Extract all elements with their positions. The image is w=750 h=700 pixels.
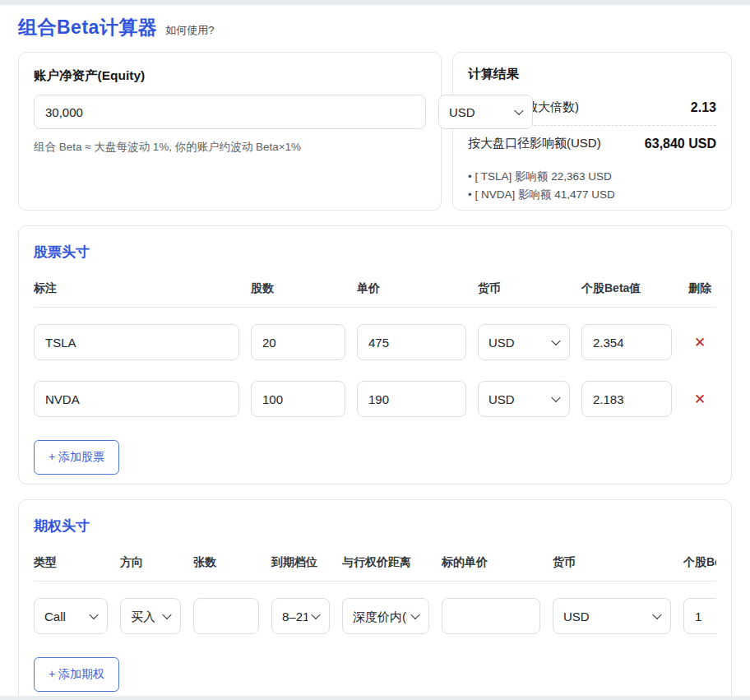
stock-price-input[interactable] [357, 324, 466, 360]
stocks-card: 股票头寸 标注 股数 单价 货币 个股Beta值 删除 USD ✕ [18, 225, 732, 484]
options-title: 期权头寸 [34, 517, 716, 535]
col-header-underlying-price: 标的单价 [442, 555, 540, 570]
option-moneyness-select-wrapper: 深度价内(≥ [342, 598, 429, 634]
add-stock-button[interactable]: + 添加股票 [34, 440, 119, 475]
equity-label: 账户净资产(Equity) [34, 67, 426, 85]
option-moneyness-select[interactable]: 深度价内(≥ [342, 598, 429, 634]
stock-price-input[interactable] [357, 381, 466, 417]
col-header-side: 方向 [120, 555, 181, 570]
how-to-use-link[interactable]: 如何使用? [165, 23, 214, 38]
result-breakdown: • [ TSLA] 影响额 22,363 USD • [ NVDA] 影响额 4… [468, 168, 716, 203]
stock-currency-select[interactable]: USD [478, 324, 570, 360]
stock-currency-select[interactable]: USD [478, 381, 570, 417]
options-table-clip: 类型 方向 张数 到期档位 与行权价距离 标的单价 货币 个股Beta值 Cal… [34, 555, 716, 634]
option-side-select[interactable]: 买入 [120, 598, 181, 634]
option-expiry-select-wrapper: 8–21天 [271, 598, 330, 634]
page-title: 组合Beta计算器 [18, 15, 157, 40]
stock-row-nvda: USD ✕ [34, 381, 716, 417]
col-header-currency: 货币 [553, 555, 671, 570]
option-type-select[interactable]: Call [34, 598, 108, 634]
col-header-currency: 货币 [478, 281, 570, 296]
col-header-expiry: 到期档位 [271, 555, 330, 570]
result-impact-label: 按大盘口径影响额(USD) [468, 136, 601, 151]
stock-currency-select-wrapper: USD [478, 324, 570, 360]
result-row-impact: 按大盘口径影响额(USD) 63,840 USD [468, 126, 716, 161]
col-header-shares: 股数 [251, 281, 345, 296]
stocks-title: 股票头寸 [34, 243, 716, 262]
stock-shares-input[interactable] [251, 381, 345, 417]
equity-input[interactable] [34, 95, 426, 129]
option-expiry-select[interactable]: 8–21天 [271, 598, 330, 634]
equity-card: 账户净资产(Equity) USD 组合 Beta ≈ 大盘每波动 1%, 你的… [18, 52, 442, 211]
options-card: 期权头寸 类型 方向 张数 到期档位 与行权价距离 标的单价 货币 个股Beta… [18, 499, 732, 696]
col-header-price: 单价 [357, 281, 466, 296]
option-row: Call 买入 8–21天 [34, 598, 716, 634]
stock-row-tsla: USD ✕ [34, 324, 716, 360]
stocks-header-row: 标注 股数 单价 货币 个股Beta值 删除 [34, 281, 716, 308]
col-header-contracts: 张数 [193, 555, 259, 570]
page-header: 组合Beta计算器 如何使用? [18, 15, 732, 40]
stock-label-input[interactable] [34, 324, 239, 360]
col-header-type: 类型 [34, 555, 108, 570]
add-option-button[interactable]: + 添加期权 [34, 657, 119, 692]
option-side-select-wrapper: 买入 [120, 598, 181, 634]
option-type-select-wrapper: Call [34, 598, 108, 634]
equity-currency-select[interactable]: USD [438, 95, 533, 129]
result-impact-value: 63,840 USD [645, 137, 716, 151]
col-header-label: 标注 [34, 281, 239, 296]
breakdown-item: • [ TSLA] 影响额 22,363 USD [468, 168, 716, 186]
result-card: 计算结果 组合 Beta(放大倍数) 2.13 按大盘口径影响额(USD) 63… [452, 52, 732, 211]
delete-x-icon: ✕ [694, 392, 706, 407]
breakdown-item: • [ NVDA] 影响额 41,477 USD [468, 186, 716, 204]
option-beta-input[interactable] [683, 598, 716, 634]
col-header-beta: 个股Beta值 [683, 555, 716, 570]
stock-currency-select-wrapper: USD [478, 381, 570, 417]
col-header-delete: 删除 [683, 281, 716, 296]
result-title: 计算结果 [468, 66, 716, 83]
stock-beta-input[interactable] [581, 324, 672, 360]
option-currency-select[interactable]: USD [553, 598, 671, 634]
top-row: 账户净资产(Equity) USD 组合 Beta ≈ 大盘每波动 1%, 你的… [18, 52, 732, 211]
result-beta-value: 2.13 [691, 100, 716, 115]
equity-currency-select-wrapper: USD [438, 95, 533, 129]
option-currency-select-wrapper: USD [553, 598, 671, 634]
beta-calculator-page: 组合Beta计算器 如何使用? 账户净资产(Equity) USD 组合 Bet… [0, 5, 750, 696]
stock-beta-input[interactable] [581, 381, 672, 417]
col-header-moneyness: 与行权价距离 [342, 555, 429, 570]
option-contracts-input[interactable] [193, 598, 259, 634]
equity-hint: 组合 Beta ≈ 大盘每波动 1%, 你的账户约波动 Beta×1% [34, 140, 426, 155]
delete-row-button[interactable]: ✕ [683, 336, 716, 350]
delete-x-icon: ✕ [694, 335, 706, 350]
delete-row-button[interactable]: ✕ [683, 392, 716, 406]
stock-shares-input[interactable] [251, 324, 345, 360]
stock-label-input[interactable] [34, 381, 239, 417]
option-underlying-price-input[interactable] [442, 598, 540, 634]
options-header-row: 类型 方向 张数 到期档位 与行权价距离 标的单价 货币 个股Beta值 [34, 555, 716, 582]
col-header-beta: 个股Beta值 [581, 281, 672, 296]
